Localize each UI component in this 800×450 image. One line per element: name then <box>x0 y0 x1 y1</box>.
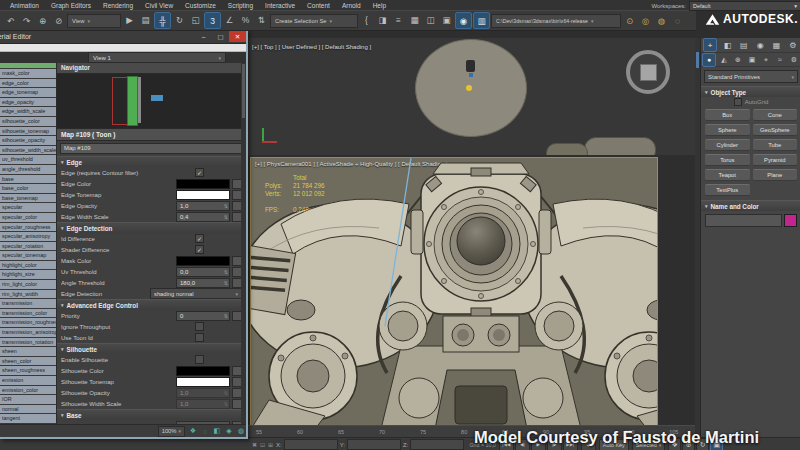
toolbar-icon[interactable]: ◱ <box>188 12 203 27</box>
rollout-edge[interactable]: ▾Edge <box>57 156 246 167</box>
primitive-button[interactable]: Tube <box>753 139 798 151</box>
create-category-icon[interactable]: ≈ <box>774 54 786 66</box>
parameter-row[interactable]: uv_threshold <box>0 155 56 164</box>
render-icon[interactable]: ◌ <box>670 13 685 28</box>
render-icon[interactable]: ⊙ <box>622 13 637 28</box>
checkbox[interactable] <box>195 245 204 254</box>
toolbar-icon[interactable]: ∠ <box>222 12 237 27</box>
command-panel-tab-icon[interactable]: ◉ <box>754 39 766 51</box>
primitive-button[interactable]: Pyramid <box>753 154 798 166</box>
color-swatch[interactable] <box>176 190 230 200</box>
create-category-icon[interactable]: ⚙ <box>788 54 800 66</box>
parameter-row[interactable]: transmission <box>0 299 56 308</box>
color-swatch[interactable] <box>176 256 230 266</box>
parameter-row[interactable]: specular_tonemap <box>0 251 56 260</box>
parameter-row[interactable]: base <box>0 175 56 184</box>
render-icon[interactable]: ◎ <box>638 13 653 28</box>
top-viewport[interactable]: [+] [ Top ] [ User Defined ] [ Default S… <box>246 38 696 155</box>
toolbar-icon[interactable]: ▣ <box>439 12 454 27</box>
editor-nav-icon[interactable]: ◍ <box>236 426 246 436</box>
checkbox[interactable] <box>195 355 204 364</box>
create-category-icon[interactable]: ⊛ <box>732 54 744 66</box>
primitive-button[interactable]: TextPlus <box>705 184 750 196</box>
view-tab-dropdown[interactable]: View 1▾ <box>88 52 226 63</box>
menu-item[interactable]: Graph Editors <box>45 2 97 9</box>
autogrid-toggle[interactable]: AutoGrid <box>701 97 800 107</box>
checkbox[interactable] <box>195 322 204 331</box>
selection-set-dropdown[interactable]: Create Selection Se▾ <box>270 14 358 28</box>
menu-item[interactable]: Customize <box>179 2 222 9</box>
parameter-row[interactable]: silhouette_width_scale <box>0 146 56 155</box>
menu-item[interactable]: Content <box>301 2 336 9</box>
toolbar-icon[interactable]: ⊘ <box>51 13 66 28</box>
toolbar-icon[interactable]: ↻ <box>172 12 187 27</box>
parameter-row[interactable]: specular_anisotropy <box>0 232 56 241</box>
rollout-silhouette[interactable]: ▾Silhouette <box>57 343 246 354</box>
view-dropdown[interactable]: View▾ <box>67 14 121 28</box>
create-category-icon[interactable]: ⌖ <box>760 54 772 66</box>
parameter-row[interactable]: emission_color <box>0 386 56 395</box>
isolate-selection-icon[interactable]: ✖ <box>252 441 257 448</box>
parameter-row[interactable]: tangent <box>0 414 56 423</box>
object-type-rollout[interactable]: ▾Object Type <box>701 86 800 97</box>
parameter-row[interactable]: highlight_size <box>0 270 56 279</box>
menu-item[interactable]: Rendering <box>97 2 139 9</box>
workspace-dropdown[interactable]: Default▾ <box>689 1 800 11</box>
y-coordinate-field[interactable] <box>347 439 401 450</box>
map-name-field[interactable]: Map #109 <box>60 143 243 154</box>
z-coordinate-field[interactable] <box>410 439 464 450</box>
toolbar-icon[interactable]: ◉ <box>455 12 472 29</box>
parameter-row[interactable]: specular <box>0 203 56 212</box>
parameter-row[interactable]: transmission_color <box>0 309 56 318</box>
parameter-row[interactable]: IOR <box>0 395 56 404</box>
parameter-row[interactable]: specular_color <box>0 213 56 222</box>
parameter-row[interactable]: base_color <box>0 184 56 193</box>
primitive-button[interactable]: Teapot <box>705 169 750 181</box>
parameter-row[interactable]: transmission_rotation <box>0 338 56 347</box>
parameter-selected-row[interactable] <box>0 63 56 68</box>
checkbox[interactable] <box>195 234 204 243</box>
coordinate-display-icon[interactable]: ⊞ <box>268 441 273 448</box>
toolbar-icon[interactable]: ⇅ <box>254 12 269 27</box>
command-panel-tab-icon[interactable]: + <box>703 38 717 52</box>
render-icon[interactable]: ◍ <box>654 13 669 28</box>
command-panel-tab-icon[interactable]: ▤ <box>738 39 750 51</box>
create-category-icon[interactable]: ▣ <box>746 54 758 66</box>
toolbar-icon[interactable]: ↶ <box>3 13 18 28</box>
toolbar-icon[interactable]: { <box>359 12 374 27</box>
menu-item[interactable]: Interactive <box>259 2 301 9</box>
parameter-row[interactable]: transmission_roughness <box>0 318 56 327</box>
primitive-button[interactable]: Plane <box>753 169 798 181</box>
parameter-row[interactable]: sheen_color <box>0 357 56 366</box>
parameter-row[interactable]: base_tonemap <box>0 194 56 203</box>
toolbar-icon[interactable]: ▶ <box>122 12 137 27</box>
command-panel-tab-icon[interactable]: ▦ <box>770 39 782 51</box>
navigator-header[interactable]: Navigator <box>57 63 246 74</box>
parameter-row[interactable]: silhouette_opacity <box>0 136 56 145</box>
parameter-row[interactable]: silhouette_tonemap <box>0 127 56 136</box>
parameter-row[interactable]: transmission_anisotropy <box>0 328 56 337</box>
parameter-row[interactable]: edge_tonemap <box>0 88 56 97</box>
toolbar-icon[interactable]: ⊕ <box>35 13 50 28</box>
toolbar-icon[interactable]: 3 <box>204 12 221 29</box>
material-editor-titlebar[interactable]: Material Editor – ▢ ✕ <box>0 30 246 44</box>
toolbar-icon[interactable]: ╬ <box>154 12 171 29</box>
toolbar-icon[interactable]: ≡ <box>391 12 406 27</box>
menu-item[interactable]: Civil View <box>139 2 179 9</box>
toolbar-icon[interactable]: ◫ <box>423 12 438 27</box>
toolbar-icon[interactable]: ▥ <box>473 12 490 29</box>
parameter-row[interactable]: rim_light_width <box>0 290 56 299</box>
color-swatch[interactable] <box>176 179 230 189</box>
value-spinner[interactable]: 0,4⇅ <box>176 212 230 222</box>
menu-item[interactable]: Scripting <box>222 2 259 9</box>
value-spinner[interactable]: 0,0⇅ <box>176 267 230 277</box>
toolbar-icon[interactable]: ▦ <box>407 12 422 27</box>
maximize-button[interactable]: ▢ <box>212 31 229 42</box>
name-color-rollout[interactable]: ▾Name and Color <box>701 200 800 211</box>
autogrid-checkbox[interactable] <box>734 98 742 106</box>
selection-lock-icon[interactable]: ⊡ <box>260 441 265 448</box>
menu-item[interactable]: Help <box>367 2 392 9</box>
editor-nav-icon[interactable]: ◌ <box>200 426 210 436</box>
map-header[interactable]: Map #109 ( Toon ) <box>57 129 246 141</box>
parameter-row[interactable]: emission <box>0 376 56 385</box>
